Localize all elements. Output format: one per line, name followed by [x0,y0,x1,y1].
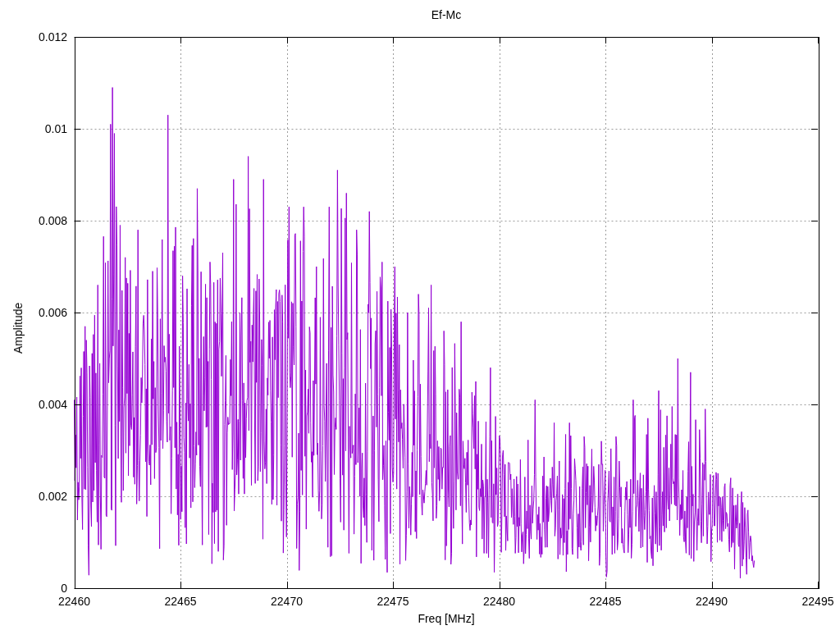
x-tick-label: 22465 [165,596,197,608]
y-tick-label: 0.006 [0,307,67,319]
x-tick-label: 22490 [696,596,728,608]
y-tick-label: 0.008 [0,215,67,227]
spectrum-figure: Ef-Mc Amplitude Freq [MHz] 2246022465224… [0,0,840,630]
x-tick-label: 22495 [802,596,834,608]
y-tick-label: 0.01 [0,123,67,135]
x-tick-label: 22480 [483,596,515,608]
plot-canvas [0,0,840,630]
x-tick-label: 22475 [377,596,409,608]
chart-title: Ef-Mc [431,8,462,21]
x-axis-label: Freq [MHz] [418,612,474,625]
y-tick-label: 0.004 [0,399,67,411]
x-tick-label: 22460 [58,596,90,608]
y-tick-label: 0.002 [0,491,67,503]
y-tick-label: 0 [0,582,67,595]
y-tick-label: 0.012 [0,31,67,43]
x-tick-label: 22485 [590,596,622,608]
x-tick-label: 22470 [271,596,303,608]
